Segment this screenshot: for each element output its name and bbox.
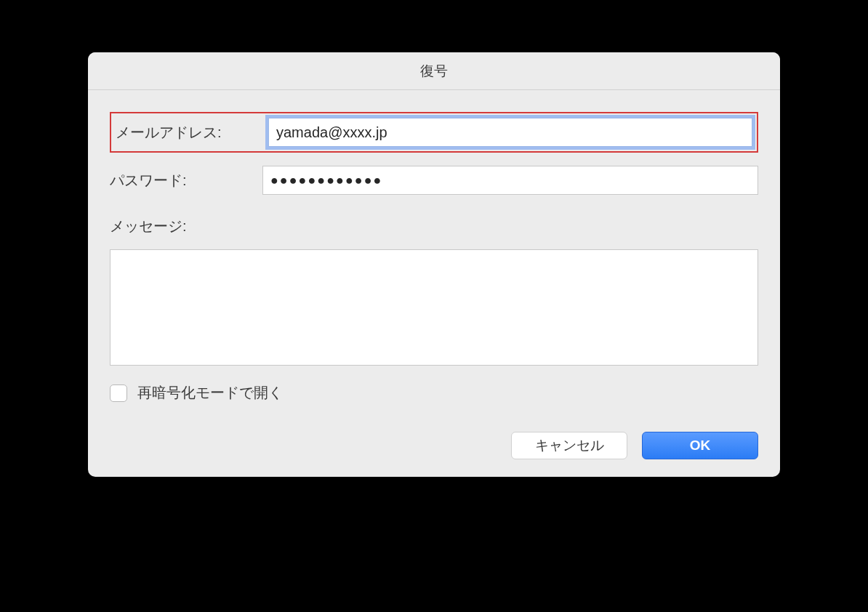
reencrypt-checkbox-label: 再暗号化モードで開く <box>137 383 283 403</box>
message-textarea[interactable] <box>110 249 758 366</box>
email-input-wrap <box>268 118 752 147</box>
dialog-titlebar: 復号 <box>88 52 780 90</box>
button-row: キャンセル OK <box>110 432 758 459</box>
decrypt-dialog: 復号 メールアドレス: パスワード: メッセージ: 再暗号化 <box>88 52 780 477</box>
password-label: パスワード: <box>110 171 262 190</box>
email-row-highlight: メールアドレス: <box>110 112 758 153</box>
password-row: パスワード: <box>110 166 758 195</box>
ok-button[interactable]: OK <box>642 432 758 459</box>
email-input[interactable] <box>268 118 752 147</box>
password-input-wrap <box>262 166 758 195</box>
message-section: メッセージ: <box>110 217 758 366</box>
email-label: メールアドレス: <box>116 123 268 142</box>
password-input[interactable] <box>262 166 758 195</box>
reencrypt-checkbox-row[interactable]: 再暗号化モードで開く <box>110 383 758 403</box>
message-label: メッセージ: <box>110 217 758 236</box>
email-row: メールアドレス: <box>116 118 752 147</box>
dialog-title: 復号 <box>420 62 448 81</box>
cancel-button[interactable]: キャンセル <box>511 432 627 459</box>
dialog-body: メールアドレス: パスワード: メッセージ: 再暗号化モードで開く <box>88 90 780 477</box>
reencrypt-checkbox[interactable] <box>110 384 127 402</box>
